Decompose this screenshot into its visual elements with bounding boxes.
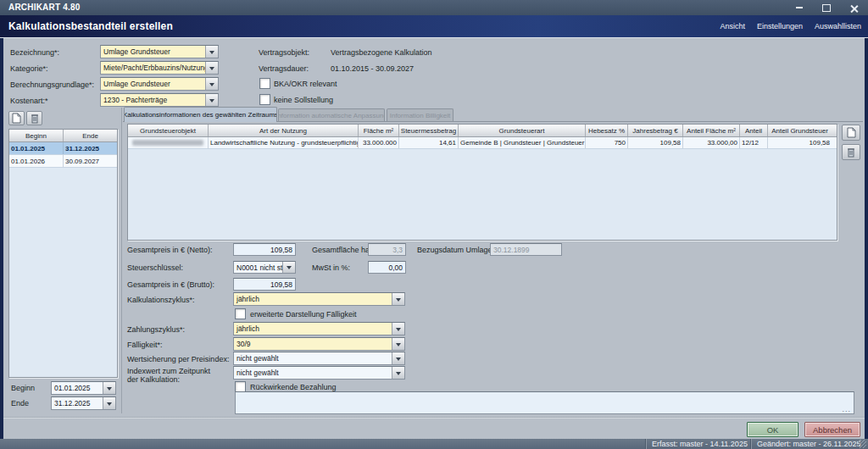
chevron-down-icon[interactable] xyxy=(205,78,218,90)
kalkulationszyklus-combobox[interactable]: jährlich xyxy=(233,292,405,306)
bka-okr-checkbox[interactable] xyxy=(259,78,270,89)
column-header[interactable]: Grundsteuerobjekt xyxy=(128,125,209,136)
wertsicherung-label: Wertsicherung per Preisindex: xyxy=(127,355,229,363)
window-border-left xyxy=(0,15,3,449)
steuerschluessel-combobox[interactable]: N0001 nicht ste xyxy=(233,261,296,274)
indexwert-combobox[interactable]: nicht gewählt xyxy=(233,366,405,380)
zahlungszyklus-combobox[interactable]: jährlich xyxy=(233,322,405,335)
berechnungsgrundlage-combobox[interactable]: Umlage Grundsteuer xyxy=(100,77,219,91)
column-header[interactable]: Anteil Fläche m² xyxy=(683,125,740,136)
table-row[interactable]: Landwirtschaftliche Nutzung - grundsteue… xyxy=(128,137,837,149)
keine-sollstellung-checkbox[interactable] xyxy=(259,94,270,105)
chevron-down-icon[interactable] xyxy=(205,62,218,74)
column-header[interactable]: Anteil xyxy=(740,125,768,136)
chevron-down-icon[interactable] xyxy=(103,397,115,409)
column-header[interactable]: Art der Nutzung xyxy=(209,125,359,136)
chevron-down-icon[interactable] xyxy=(392,352,404,364)
minimize-button[interactable] xyxy=(788,0,810,15)
vertragsdauer-label: Vertragsdauer: xyxy=(259,64,309,73)
kostenart-combobox[interactable]: 1230 - Pachterträge xyxy=(100,93,219,107)
ok-button[interactable]: OK xyxy=(747,422,798,437)
ende-date-combobox[interactable]: 31.12.2025 xyxy=(51,396,116,410)
vertragsobjekt-label: Vertragsobjekt: xyxy=(259,48,309,57)
new-period-button[interactable] xyxy=(8,111,25,125)
tab-kalkulationsinformationen[interactable]: Kalkulationsinformationen des gewählten … xyxy=(124,107,277,122)
menu-einstellungen[interactable]: Einstellungen xyxy=(757,22,803,30)
period-list: Beginn Ende 01.01.2025 31.12.2025 01.01.… xyxy=(8,129,118,378)
vertragsdauer-value: 01.10.2015 - 30.09.2027 xyxy=(331,64,414,73)
column-header[interactable]: Jahresbetrag € xyxy=(628,125,683,136)
chevron-down-icon[interactable] xyxy=(392,367,404,379)
bemerkung-textarea[interactable]: ... xyxy=(235,391,854,414)
cell-hebesatz: 750 xyxy=(586,137,628,148)
menu-ansicht[interactable]: Ansicht xyxy=(720,22,745,30)
netto-field[interactable]: 109,58 xyxy=(233,243,296,256)
cell-anteil: 12/12 xyxy=(740,137,768,148)
window-title: ARCHIKART 4.80 xyxy=(8,3,80,12)
beginn-date-combobox[interactable]: 01.01.2025 xyxy=(51,381,116,395)
close-icon xyxy=(850,4,858,12)
indexwert-label-line2: der Kalkulation: xyxy=(127,375,180,384)
kostenart-value: 1230 - Pachterträge xyxy=(101,96,205,104)
faelligkeit-label: Fälligkeit*: xyxy=(127,341,163,349)
chevron-down-icon[interactable] xyxy=(103,382,115,394)
netto-label: Gesamtpreis in € (Netto): xyxy=(127,246,213,254)
maximize-button[interactable] xyxy=(815,0,837,15)
chevron-down-icon[interactable] xyxy=(282,262,295,273)
status-geaendert-text: Geändert: master - 26.11.2025 xyxy=(757,440,860,448)
resize-grip[interactable] xyxy=(858,440,866,448)
bezeichnung-label: Bezeichnung*: xyxy=(10,48,59,57)
keine-sollstellung-label: keine Sollstellung xyxy=(274,96,333,104)
beginn-date-value: 01.01.2025 xyxy=(52,384,103,392)
cell-anteil-flaeche: 33.000,00 xyxy=(683,137,740,148)
trash-icon xyxy=(847,147,855,158)
mwst-field[interactable]: 0,00 xyxy=(368,261,406,274)
cell-steuermessbetrag: 14,61 xyxy=(399,137,459,148)
cell-flaeche: 33.000.000 xyxy=(359,137,399,148)
faelligkeit-combobox[interactable]: 30/9 xyxy=(233,337,405,351)
period-row[interactable]: 01.01.2026 30.09.2027 xyxy=(9,155,117,168)
brutto-label: Gesamtpreis in € (Brutto): xyxy=(127,280,214,289)
berechnungsgrundlage-label: Berechnungsgrundlage*: xyxy=(10,80,94,89)
column-header[interactable]: Grundsteuerart xyxy=(459,125,586,136)
menu-auswahllisten[interactable]: Auswahllisten xyxy=(815,22,861,30)
erweiterte-darstellung-checkbox[interactable] xyxy=(235,308,246,319)
chevron-down-icon[interactable] xyxy=(392,323,404,335)
chevron-down-icon[interactable] xyxy=(205,94,218,106)
chevron-down-icon[interactable] xyxy=(392,293,404,305)
minimize-icon xyxy=(796,7,803,8)
column-header-ende[interactable]: Ende xyxy=(64,130,117,141)
steuerschluessel-value: N0001 nicht ste xyxy=(234,263,282,272)
column-header[interactable]: Fläche m² xyxy=(359,125,399,136)
vertragsobjekt-value: Vertragsbezogene Kalkulation xyxy=(331,48,432,57)
period-row-selected[interactable]: 01.01.2025 31.12.2025 xyxy=(9,142,117,155)
cell-jahresbetrag: 109,58 xyxy=(628,137,683,148)
new-document-icon xyxy=(847,127,856,138)
column-header[interactable]: Hebesatz % xyxy=(586,125,628,136)
bezeichnung-combobox[interactable]: Umlage Grundsteuer xyxy=(100,45,219,58)
chevron-down-icon[interactable] xyxy=(205,46,218,58)
column-header[interactable]: Steuermessbetrag xyxy=(399,125,459,136)
delete-row-button[interactable] xyxy=(842,144,860,160)
chevron-down-icon[interactable] xyxy=(392,338,404,350)
kategorie-combobox[interactable]: Miete/Pacht/Erbbauzins/Nutzungsent xyxy=(100,61,219,75)
delete-period-button[interactable] xyxy=(26,111,42,125)
zahlungszyklus-label: Zahlungszyklus*: xyxy=(127,325,185,334)
redacted-cell xyxy=(128,137,209,148)
add-row-button[interactable] xyxy=(842,125,860,141)
close-button[interactable] xyxy=(843,0,865,15)
column-header-beginn[interactable]: Beginn xyxy=(9,130,64,141)
kategorie-value: Miete/Pacht/Erbbauzins/Nutzungsent xyxy=(101,64,205,72)
brutto-field[interactable]: 109,58 xyxy=(233,278,296,291)
cell-art-der-nutzung: Landwirtschaftliche Nutzung - grundsteue… xyxy=(209,137,359,148)
grundsteuer-table: Grundsteuerobjekt Art der Nutzung Fläche… xyxy=(127,124,837,241)
kostenart-label: Kostenart:* xyxy=(10,97,48,105)
column-header[interactable]: Anteil Grundsteuer xyxy=(768,125,832,136)
cancel-button[interactable]: Abbrechen xyxy=(804,422,860,437)
zahlungszyklus-value: jährlich xyxy=(234,324,392,333)
status-erfasst-text: Erfasst: master - 14.11.2025 xyxy=(652,440,748,448)
ende-date-value: 31.12.2025 xyxy=(52,399,103,407)
wertsicherung-combobox[interactable]: nicht gewählt xyxy=(233,352,405,365)
bezugsdatum-field: 30.12.1899 xyxy=(490,243,562,256)
footer-separator xyxy=(0,417,868,419)
